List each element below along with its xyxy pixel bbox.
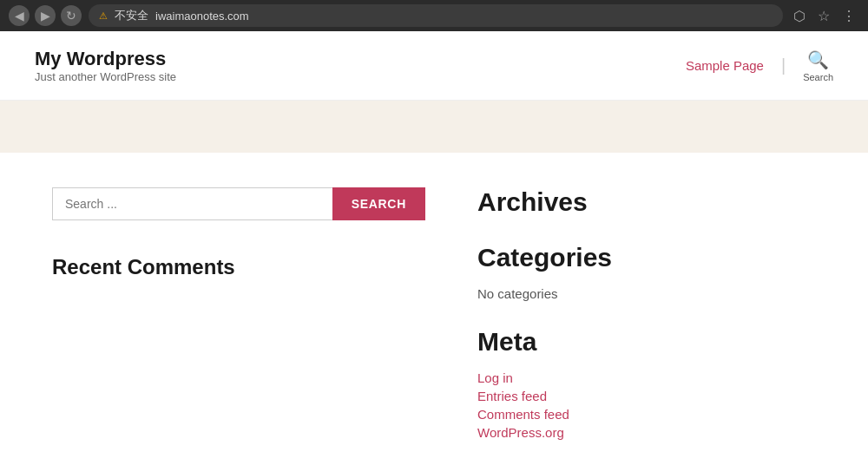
security-icon: ⚠ (99, 10, 108, 22)
menu-icon[interactable]: ⋮ (838, 6, 859, 26)
search-button[interactable]: SEARCH (332, 187, 425, 220)
bookmark-icon[interactable]: ☆ (814, 6, 833, 26)
site-header: My Wordpress Just another WordPress site… (0, 31, 868, 101)
meta-links: Log in Entries feed Comments feed WordPr… (477, 370, 816, 440)
browser-controls: ◀ ▶ ↻ (9, 5, 82, 26)
sample-page-link[interactable]: Sample Page (686, 58, 764, 73)
search-icon: 🔍 (807, 49, 829, 70)
left-column: SEARCH Recent Comments (52, 187, 425, 440)
site-branding: My Wordpress Just another WordPress site (35, 48, 176, 83)
main-content: SEARCH Recent Comments Archives Categori… (17, 153, 851, 465)
login-link[interactable]: Log in (477, 370, 816, 385)
archives-title: Archives (477, 187, 816, 217)
comments-feed-link[interactable]: Comments feed (477, 407, 816, 422)
no-categories-text: No categories (477, 286, 816, 301)
site-description: Just another WordPress site (35, 70, 176, 83)
forward-button[interactable]: ▶ (35, 5, 56, 26)
search-input[interactable] (52, 187, 332, 220)
cast-icon[interactable]: ⬡ (790, 6, 809, 26)
right-column: Archives Categories No categories Meta L… (477, 187, 816, 440)
search-icon-label: Search (803, 72, 833, 82)
browser-chrome: ◀ ▶ ↻ ⚠ 不安全 iwaimaonotes.com ⬡ ☆ ⋮ (0, 0, 868, 31)
categories-title: Categories (477, 243, 816, 272)
site-title[interactable]: My Wordpress (35, 48, 176, 70)
browser-actions: ⬡ ☆ ⋮ (790, 6, 859, 26)
header-divider: | (781, 56, 786, 75)
search-widget: SEARCH (52, 187, 425, 220)
wordpress-org-link[interactable]: WordPress.org (477, 425, 816, 440)
entries-feed-link[interactable]: Entries feed (477, 389, 816, 403)
url-text: iwaimaonotes.com (155, 10, 249, 23)
security-label: 不安全 (115, 8, 148, 23)
meta-title: Meta (477, 327, 816, 357)
recent-comments-title: Recent Comments (52, 255, 425, 279)
back-button[interactable]: ◀ (9, 5, 30, 26)
header-right: Sample Page | 🔍 Search (686, 49, 833, 82)
search-icon-button[interactable]: 🔍 Search (803, 49, 833, 82)
reload-button[interactable]: ↻ (61, 5, 82, 26)
address-bar[interactable]: ⚠ 不安全 iwaimaonotes.com (89, 4, 783, 27)
hero-band (0, 101, 868, 153)
